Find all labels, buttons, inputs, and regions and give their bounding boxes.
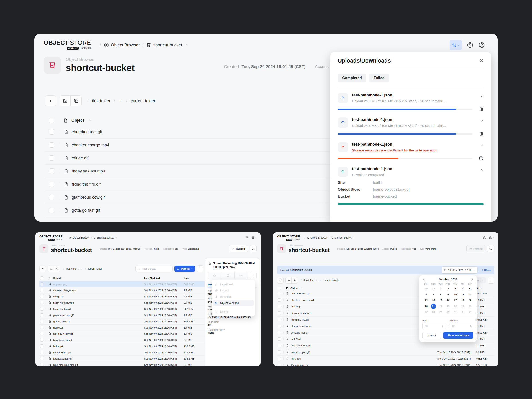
- chevron-down-icon[interactable]: [480, 119, 484, 123]
- row-checkbox[interactable]: [40, 320, 44, 323]
- calendar-day[interactable]: 17: [451, 298, 459, 304]
- row-checkbox[interactable]: [278, 357, 281, 361]
- calendar-day[interactable]: 25: [459, 304, 466, 310]
- row-checkbox[interactable]: [49, 129, 54, 134]
- calendar-day[interactable]: 2: [444, 286, 452, 292]
- calendar-day[interactable]: 28: [430, 309, 437, 315]
- next-month-button[interactable]: [471, 278, 474, 281]
- object-more-actions-button[interactable]: [250, 272, 257, 279]
- copy-path-button[interactable]: [70, 95, 81, 106]
- calendar-day[interactable]: 13: [423, 298, 430, 304]
- breadcrumb-bucket[interactable]: shortcut-bucket: [331, 236, 355, 239]
- calendar-day[interactable]: 29: [437, 309, 444, 315]
- row-checkbox[interactable]: [40, 301, 44, 304]
- show-rewind-data-button[interactable]: Show rewind data: [443, 332, 474, 339]
- calendar-day[interactable]: 5: [466, 286, 474, 292]
- column-size[interactable]: Size: [184, 277, 189, 279]
- account-menu-button[interactable]: [478, 42, 488, 48]
- calendar-day[interactable]: 1: [437, 286, 444, 292]
- column-object[interactable]: Object: [290, 287, 298, 290]
- hour-input[interactable]: [423, 323, 446, 329]
- close-icon[interactable]: [479, 58, 484, 63]
- filter-objects-input[interactable]: [135, 266, 173, 272]
- preview-button[interactable]: [208, 272, 221, 279]
- column-last-modified[interactable]: Last Modified: [144, 277, 160, 279]
- row-checkbox[interactable]: [278, 324, 281, 328]
- breadcrumb-bucket[interactable]: shortcut-bucket: [93, 236, 117, 239]
- row-checkbox[interactable]: [40, 344, 44, 348]
- calendar-day[interactable]: 18: [459, 298, 466, 304]
- path-ellipsis[interactable]: ⋯: [318, 279, 321, 282]
- table-row[interactable]: how dare you.gif Thu, Oct 10 2024 18:16 …: [277, 349, 494, 355]
- column-object[interactable]: Object: [71, 118, 84, 123]
- row-checkbox[interactable]: [40, 363, 44, 366]
- row-checkbox[interactable]: [40, 313, 44, 317]
- column-object[interactable]: Object: [53, 277, 61, 279]
- row-checkbox[interactable]: [49, 142, 54, 148]
- rewind-button[interactable]: Rewind: [229, 245, 248, 252]
- row-checkbox[interactable]: [278, 311, 281, 315]
- copy-path-button[interactable]: [54, 266, 60, 272]
- calendar-day[interactable]: 12: [466, 292, 474, 298]
- row-checkbox[interactable]: [40, 289, 44, 292]
- chevron-up-icon[interactable]: [480, 168, 484, 172]
- calendar-day[interactable]: 15: [437, 298, 444, 304]
- more-actions-button[interactable]: [197, 265, 203, 272]
- row-checkbox[interactable]: [40, 282, 44, 286]
- calendar-day[interactable]: 7: [430, 292, 437, 298]
- rewind-button[interactable]: Rewind: [466, 245, 485, 252]
- row-checkbox[interactable]: [278, 331, 281, 334]
- row-checkbox[interactable]: [278, 350, 281, 354]
- back-button[interactable]: [277, 277, 284, 284]
- breadcrumb-object-browser[interactable]: Object Browser: [69, 236, 89, 239]
- cancel-button[interactable]: Cancel: [423, 332, 441, 339]
- path-first-folder[interactable]: first-folder: [92, 98, 110, 103]
- row-checkbox[interactable]: [278, 292, 281, 295]
- account-menu-button[interactable]: [489, 236, 494, 239]
- calendar-day[interactable]: 11: [459, 292, 466, 298]
- row-checkbox[interactable]: [278, 305, 281, 308]
- download-button[interactable]: [234, 272, 248, 279]
- new-folder-button[interactable]: [60, 95, 70, 106]
- calendar-day[interactable]: 19: [466, 298, 474, 304]
- table-row[interactable]: hey hey heeey.gif 1.7 MiB: [277, 342, 494, 349]
- row-checkbox[interactable]: [40, 351, 44, 354]
- calendar-day[interactable]: 20: [423, 304, 430, 310]
- question-icon[interactable]: [245, 236, 249, 239]
- back-button[interactable]: [45, 95, 56, 106]
- back-button[interactable]: [39, 266, 46, 272]
- calendar-day[interactable]: 1: [459, 309, 466, 315]
- refresh-button[interactable]: [250, 245, 257, 252]
- path-first-folder[interactable]: first-folder: [304, 279, 314, 282]
- stepper-icon[interactable]: [442, 325, 444, 327]
- table-row[interactable]: huh.mp4 Mon, Oct 21 2024 12:16 (CST) 493…: [277, 355, 494, 362]
- calendar-day[interactable]: 26: [466, 304, 474, 310]
- row-checkbox[interactable]: [278, 364, 281, 366]
- calendar-day[interactable]: 22: [437, 304, 444, 310]
- row-checkbox[interactable]: [49, 208, 54, 213]
- new-folder-button[interactable]: [48, 266, 54, 272]
- row-checkbox[interactable]: [49, 168, 54, 174]
- row-checkbox[interactable]: [49, 182, 54, 187]
- more-actions-button[interactable]: [488, 277, 494, 284]
- stepper-icon[interactable]: [469, 325, 471, 327]
- help-button[interactable]: [467, 42, 474, 48]
- uploads-downloads-button[interactable]: [450, 40, 462, 50]
- question-icon[interactable]: [483, 236, 486, 239]
- upload-button[interactable]: Upload: [174, 266, 195, 272]
- row-checkbox[interactable]: [49, 155, 54, 161]
- refresh-button[interactable]: [487, 245, 494, 252]
- filter-failed[interactable]: Failed: [369, 74, 389, 82]
- table-row[interactable]: it's appening.gif Thu, Oct 10 2024 18:16…: [277, 362, 494, 366]
- row-checkbox[interactable]: [40, 332, 44, 335]
- breadcrumb-bucket[interactable]: shortcut-bucket: [146, 43, 188, 48]
- row-checkbox[interactable]: [278, 298, 281, 302]
- row-checkbox[interactable]: [40, 357, 44, 360]
- minutes-input[interactable]: [450, 323, 474, 329]
- breadcrumb-object-browser[interactable]: Object Browser: [104, 42, 140, 48]
- menu-item-retention[interactable]: Retention: [213, 294, 253, 300]
- chevron-down-icon[interactable]: [63, 277, 65, 279]
- calendar-day[interactable]: 21: [430, 304, 437, 310]
- close-rewind-button[interactable]: Close: [481, 269, 491, 271]
- row-checkbox[interactable]: [40, 326, 44, 329]
